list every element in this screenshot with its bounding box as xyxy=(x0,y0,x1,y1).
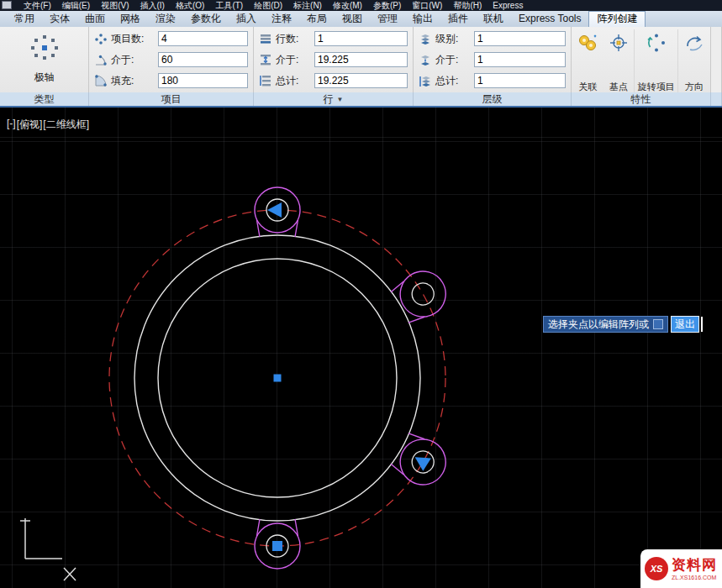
tab-express-tools[interactable]: Express Tools xyxy=(511,12,588,26)
tab-view[interactable]: 视图 xyxy=(335,12,370,26)
menu-tools[interactable]: 工具(T) xyxy=(215,1,243,11)
viewport-view-control[interactable]: [俯视] xyxy=(17,118,43,132)
grip-center-square[interactable] xyxy=(274,375,282,382)
panel-levels: 级别: 介于: 总计: xyxy=(414,27,572,92)
associative-icon xyxy=(577,32,598,55)
menu-bar: 文件(F) 编辑(E) 视图(V) 插入(I) 格式(O) 工具(T) 绘图(D… xyxy=(0,0,722,11)
caption-levels: 层级 xyxy=(414,92,572,106)
levels-between-icon xyxy=(419,53,432,66)
menu-insert[interactable]: 插入(I) xyxy=(140,1,164,11)
items-angle-between-icon xyxy=(94,53,108,66)
panel-caption-row: 类型 项目 行▼ 层级 特性 xyxy=(0,92,722,108)
caption-items: 项目 xyxy=(89,92,254,106)
rows-count-label: 行数: xyxy=(276,32,311,46)
autocad-window: 文件(F) 编辑(E) 视图(V) 插入(I) 格式(O) 工具(T) 绘图(D… xyxy=(0,0,722,588)
items-fill-angle-label: 填充: xyxy=(111,74,155,88)
menu-window[interactable]: 窗口(W) xyxy=(412,1,442,11)
caption-properties: 特性 xyxy=(572,92,711,106)
direction-icon xyxy=(683,32,705,55)
menu-edit[interactable]: 编辑(E) xyxy=(62,1,90,11)
levels-total-label: 总计: xyxy=(435,74,471,88)
caption-rows[interactable]: 行▼ xyxy=(254,92,414,106)
levels-count-input[interactable] xyxy=(474,31,566,46)
tab-insert[interactable]: 插入 xyxy=(229,12,264,26)
caption-type: 类型 xyxy=(0,92,89,106)
menu-file[interactable]: 文件(F) xyxy=(24,1,51,11)
grip-item-square-bottom[interactable] xyxy=(272,541,282,551)
panel-properties: 关联 基点 xyxy=(572,27,711,92)
levels-total-icon xyxy=(419,74,432,87)
items-angle-between-input[interactable] xyxy=(158,52,248,67)
exit-option-button[interactable]: 退出 xyxy=(671,316,699,333)
ribbon-tab-bar: 常用 实体 曲面 网格 渲染 参数化 插入 注释 布局 视图 管理 输出 插件 … xyxy=(0,11,722,27)
rotate-items-button[interactable]: 旋转项目 xyxy=(634,29,678,92)
rotate-items-label: 旋转项目 xyxy=(638,82,675,92)
associative-button[interactable]: 关联 xyxy=(572,29,603,92)
levels-count-label: 级别: xyxy=(435,32,471,46)
grip-rotation-triangle-top[interactable] xyxy=(267,202,282,218)
direction-label: 方向 xyxy=(685,82,704,92)
base-point-button[interactable]: 基点 xyxy=(603,29,635,92)
watermark-logo: XS xyxy=(645,557,668,580)
ribbon: 极轴 项目数: 介于: xyxy=(0,27,722,92)
app-icon xyxy=(2,1,12,9)
tab-manage[interactable]: 管理 xyxy=(370,12,405,26)
viewport-controls: [-] [俯视] [二维线框] xyxy=(7,118,90,132)
model-space xyxy=(0,108,722,588)
menu-draw[interactable]: 绘图(D) xyxy=(254,1,282,11)
ear-hole xyxy=(408,279,438,309)
tooltip-message: 选择夹点以编辑阵列或 xyxy=(548,318,649,332)
menu-help[interactable]: 帮助(H) xyxy=(453,1,482,11)
menu-format[interactable]: 格式(O) xyxy=(176,1,204,11)
tab-surface[interactable]: 曲面 xyxy=(77,12,113,26)
rows-count-input[interactable] xyxy=(314,31,408,46)
items-fill-angle-icon xyxy=(94,74,108,87)
direction-button[interactable]: 方向 xyxy=(678,29,709,92)
panel-rows: 行数: 介于: 总计: xyxy=(254,27,414,92)
caption-clipped xyxy=(711,92,722,106)
items-angle-between-label: 介于: xyxy=(111,53,155,67)
viewport-menu-control[interactable]: [-] xyxy=(7,118,16,132)
rows-total-label: 总计: xyxy=(276,74,311,88)
tab-render[interactable]: 渲染 xyxy=(148,12,183,26)
rotate-items-icon xyxy=(646,32,667,55)
watermark-title: 资料网 xyxy=(672,558,717,572)
items-count-input[interactable] xyxy=(158,31,248,46)
tab-layout[interactable]: 布局 xyxy=(299,12,335,26)
ear-outline xyxy=(392,263,454,325)
polar-array-button[interactable]: 极轴 xyxy=(0,27,88,85)
menu-view[interactable]: 视图(V) xyxy=(101,1,129,11)
menu-parametric[interactable]: 参数(P) xyxy=(373,1,401,11)
drawing-canvas[interactable]: [-] [俯视] [二维线框] 选择夹点以编辑阵列或 退出 XS 资料网 ZL.… xyxy=(0,108,722,588)
polar-array-icon xyxy=(29,34,60,64)
associative-label: 关联 xyxy=(578,82,597,92)
rows-total-input[interactable] xyxy=(314,73,408,88)
panel-items: 项目数: 介于: 填充: xyxy=(89,27,254,92)
caption-rows-dropdown-icon[interactable]: ▼ xyxy=(337,96,344,103)
levels-between-input[interactable] xyxy=(474,52,566,67)
tab-output[interactable]: 输出 xyxy=(405,12,440,26)
rows-total-icon xyxy=(259,74,272,87)
levels-total-input[interactable] xyxy=(474,73,566,88)
tab-plugins[interactable]: 插件 xyxy=(440,12,476,26)
rows-between-label: 介于: xyxy=(276,53,311,67)
tab-array-creation[interactable]: 阵列创建 xyxy=(588,11,646,27)
menu-dimension[interactable]: 标注(N) xyxy=(293,1,322,11)
tooltip-cycle-key-icon[interactable] xyxy=(653,319,663,329)
menu-express[interactable]: Express xyxy=(493,1,523,11)
array-item-upper-right[interactable] xyxy=(388,263,454,327)
levels-between-label: 介于: xyxy=(435,53,471,67)
tab-mesh[interactable]: 网格 xyxy=(113,12,148,26)
tab-annotate[interactable]: 注释 xyxy=(264,12,299,26)
viewport-visual-style-control[interactable]: [二维线框] xyxy=(43,118,89,132)
watermark-domain: ZL.XS1616.COM xyxy=(672,575,717,580)
tab-solid[interactable]: 实体 xyxy=(42,12,77,26)
tab-home[interactable]: 常用 xyxy=(7,12,42,26)
tab-parametric[interactable]: 参数化 xyxy=(183,12,229,26)
rows-between-input[interactable] xyxy=(314,52,408,67)
rows-count-icon xyxy=(259,32,272,45)
menu-modify[interactable]: 修改(M) xyxy=(333,1,362,11)
tab-online[interactable]: 联机 xyxy=(476,12,511,26)
items-fill-angle-input[interactable] xyxy=(158,73,248,88)
ucs-icon[interactable] xyxy=(20,518,76,580)
